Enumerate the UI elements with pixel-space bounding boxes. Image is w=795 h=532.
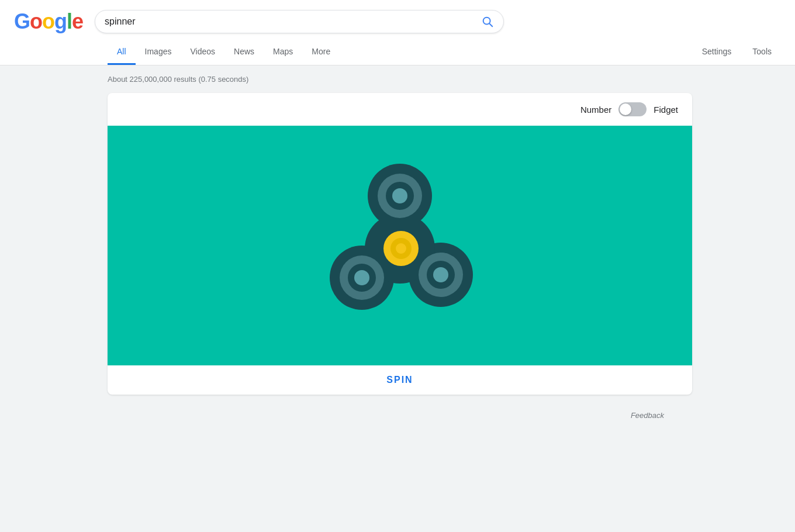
svg-point-12 xyxy=(354,270,369,285)
header-top: Google xyxy=(14,9,781,34)
search-input[interactable] xyxy=(105,16,481,27)
tab-more[interactable]: More xyxy=(302,40,340,65)
google-logo[interactable]: Google xyxy=(14,9,83,34)
svg-point-15 xyxy=(433,267,448,282)
spin-button-row: SPIN xyxy=(108,365,692,395)
tab-maps[interactable]: Maps xyxy=(264,40,302,65)
nav-tabs: All Images Videos News Maps More xyxy=(108,40,340,65)
search-bar xyxy=(95,10,504,33)
feedback-row: Feedback xyxy=(94,409,678,424)
results-info: About 225,000,000 results (0.75 seconds) xyxy=(94,65,795,93)
tab-all[interactable]: All xyxy=(108,40,136,65)
main-content: Number Fidget xyxy=(94,93,795,409)
tab-settings[interactable]: Settings xyxy=(693,40,741,65)
feedback-label[interactable]: Feedback xyxy=(631,411,664,420)
tab-tools[interactable]: Tools xyxy=(743,40,781,65)
toggle-number-label: Number xyxy=(580,105,611,115)
toggle-knob xyxy=(620,103,631,115)
spinner-svg xyxy=(300,146,499,345)
spinner-card: Number Fidget xyxy=(108,93,692,395)
search-button[interactable] xyxy=(481,15,494,28)
svg-point-18 xyxy=(396,243,406,254)
spin-button[interactable]: SPIN xyxy=(386,375,413,385)
tab-videos[interactable]: Videos xyxy=(181,40,224,65)
toggle-switch[interactable] xyxy=(618,102,647,116)
toggle-row: Number Fidget xyxy=(108,93,692,126)
toggle-fidget-label: Fidget xyxy=(654,105,678,115)
spinner-canvas[interactable] xyxy=(108,126,692,365)
tab-images[interactable]: Images xyxy=(136,40,181,65)
svg-line-1 xyxy=(489,23,492,26)
nav-right: Settings Tools xyxy=(693,40,781,65)
tab-news[interactable]: News xyxy=(224,40,264,65)
header: Google All Images Videos News Maps More … xyxy=(0,0,795,65)
svg-point-9 xyxy=(392,188,407,203)
